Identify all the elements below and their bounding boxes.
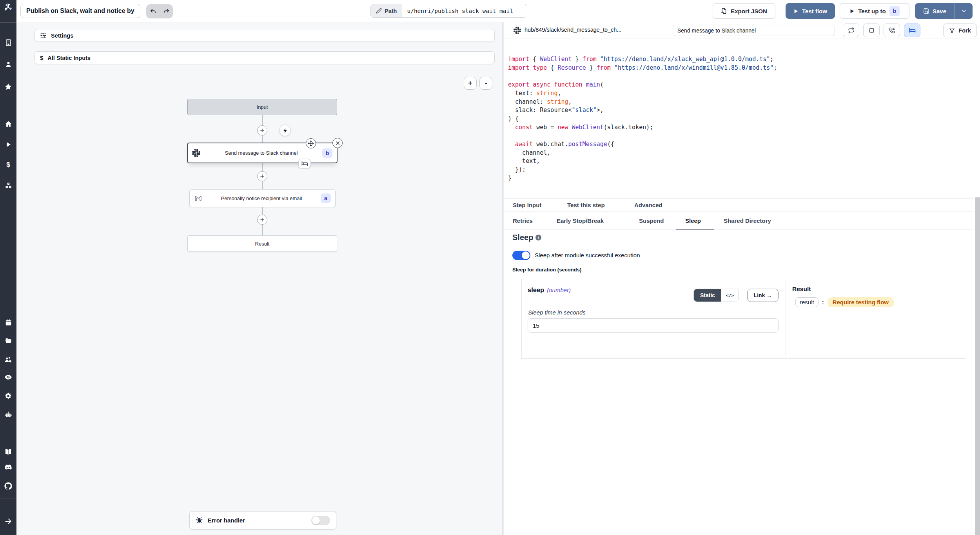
github-icon[interactable] (0, 480, 16, 492)
undo-button[interactable] (146, 4, 160, 18)
sleep-field-type: (number) (547, 287, 571, 293)
file-export-icon (721, 8, 727, 14)
flow-input-node[interactable]: Input (187, 99, 337, 115)
box-divider (786, 279, 786, 358)
email-step-label: Personally notice recipient via email (202, 195, 321, 201)
code-segment[interactable]: </> (721, 289, 739, 302)
insert-step-button[interactable] (257, 171, 267, 181)
link-button[interactable]: Link → (747, 289, 779, 302)
static-segment[interactable]: Static (694, 289, 721, 302)
step-editor-panel: hub/849/slack/send_message_to_ch... Fork… (504, 22, 980, 535)
audit-eye-icon[interactable] (0, 371, 16, 383)
error-handler-node[interactable]: Error handler (189, 511, 336, 530)
vertical-scrollbar[interactable] (975, 197, 980, 535)
tab-advanced[interactable]: Advanced (634, 199, 662, 211)
zoom-in-button[interactable]: + (464, 77, 477, 90)
path-input[interactable] (402, 4, 527, 17)
path-label[interactable]: Path (371, 4, 402, 17)
save-button[interactable]: Save (915, 3, 955, 19)
path-group: Path (370, 4, 527, 18)
docs-book-icon[interactable] (0, 446, 16, 458)
flow-settings-bar[interactable]: Settings (34, 29, 495, 42)
info-icon[interactable]: i (535, 235, 541, 240)
discord-icon[interactable] (0, 461, 16, 474)
runs-play-icon[interactable] (0, 138, 16, 151)
insert-step-button[interactable] (257, 215, 267, 225)
workspace-building-icon[interactable] (0, 36, 16, 49)
tab-test-this-step[interactable]: Test this step (567, 199, 605, 211)
pencil-icon (376, 8, 382, 14)
code-editor[interactable]: import { WebClient } from "https://deno.… (508, 55, 777, 183)
suspend-icon-button[interactable] (884, 23, 900, 37)
insert-step-button[interactable] (257, 125, 267, 136)
email-step-id-badge: a (321, 193, 331, 203)
retries-icon-button[interactable] (843, 23, 859, 37)
tab-retries[interactable]: Retries (513, 212, 533, 229)
folders-icon[interactable] (0, 334, 16, 347)
export-json-button[interactable]: Export JSON (713, 3, 775, 19)
windmill-flow-editor: $ (0, 0, 980, 535)
save-icon (923, 8, 929, 14)
result-heading: Result (792, 286, 811, 293)
play-icon (849, 9, 855, 14)
bed-icon (301, 160, 308, 167)
all-static-inputs-bar[interactable]: $ All Static Inputs (34, 51, 495, 64)
flow-title-input[interactable] (20, 4, 140, 18)
user-icon[interactable] (0, 58, 16, 70)
square-icon (869, 27, 875, 33)
tab-suspend[interactable]: Suspend (639, 212, 664, 229)
trigger-bolt-button[interactable] (279, 125, 291, 136)
sleep-config-box: sleep(number) Static </> Link → Sleep ti… (521, 279, 966, 359)
tab-shared-directory[interactable]: Shared Directory (724, 212, 771, 229)
move-step-button[interactable] (306, 138, 316, 148)
sleep-indicator-chip[interactable] (298, 159, 311, 168)
static-code-segmented-control: Static </> (693, 289, 739, 302)
zoom-out-button[interactable]: - (479, 77, 492, 90)
tab-step-input[interactable]: Step Input (513, 199, 541, 211)
early-stop-icon-button[interactable] (863, 23, 880, 37)
sliders-icon (40, 32, 47, 39)
sleep-field-name: sleep(number) (528, 286, 571, 294)
topbar: Path Export JSON Test flow Test up to b … (16, 0, 980, 22)
expand-arrow-icon[interactable] (0, 515, 16, 528)
error-handler-toggle[interactable] (311, 516, 330, 525)
flow-graph-panel: Settings $ All Static Inputs + - Input S… (16, 22, 502, 535)
sleep-seconds-input[interactable] (528, 318, 779, 333)
dollar-icon: $ (40, 54, 43, 61)
slack-step-id-badge: b (322, 148, 332, 158)
sidebar-divider (0, 22, 16, 23)
git-fork-icon (949, 27, 955, 33)
tab-early-stop-break[interactable]: Early Stop/Break (557, 212, 604, 229)
test-up-to-button[interactable]: Test up to b (840, 3, 909, 19)
result-row: result : Require testing flow (795, 297, 894, 307)
sleep-icon-button[interactable] (904, 23, 920, 37)
groups-users-gear-icon[interactable] (0, 354, 16, 366)
test-flow-button[interactable]: Test flow (786, 3, 835, 19)
fork-button[interactable]: Fork (943, 23, 977, 37)
toggle-knob (312, 517, 320, 524)
schedules-calendar-icon[interactable] (0, 316, 16, 329)
workers-robot-icon[interactable] (0, 408, 16, 421)
email-step-node[interactable]: Personally notice recipient via email a (189, 189, 336, 207)
close-icon (335, 141, 340, 146)
flow-result-node[interactable]: Result (187, 235, 337, 252)
redo-button[interactable] (160, 4, 173, 18)
resources-boxes-icon[interactable] (0, 179, 16, 192)
variables-dollar-icon[interactable]: $ (0, 159, 16, 171)
result-separator: : (822, 299, 824, 305)
tab-sleep[interactable]: Sleep (685, 212, 701, 229)
windmill-logo-icon[interactable] (0, 1, 16, 14)
phone-incoming-icon (889, 27, 895, 34)
step-name-input[interactable] (673, 25, 835, 36)
step-tabs-row: Step Input Test this step Advanced (504, 198, 973, 212)
repeat-icon (848, 27, 855, 34)
settings-gear-icon[interactable] (0, 390, 16, 402)
delete-step-button[interactable] (332, 138, 343, 148)
slack-icon (192, 149, 200, 157)
sleep-toggle[interactable] (512, 251, 530, 260)
home-icon[interactable] (0, 117, 16, 130)
star-icon[interactable] (0, 80, 16, 93)
sleep-field-description: Sleep time in seconds (528, 309, 586, 316)
save-dropdown-button[interactable] (955, 3, 973, 19)
sidebar: $ (0, 0, 16, 535)
